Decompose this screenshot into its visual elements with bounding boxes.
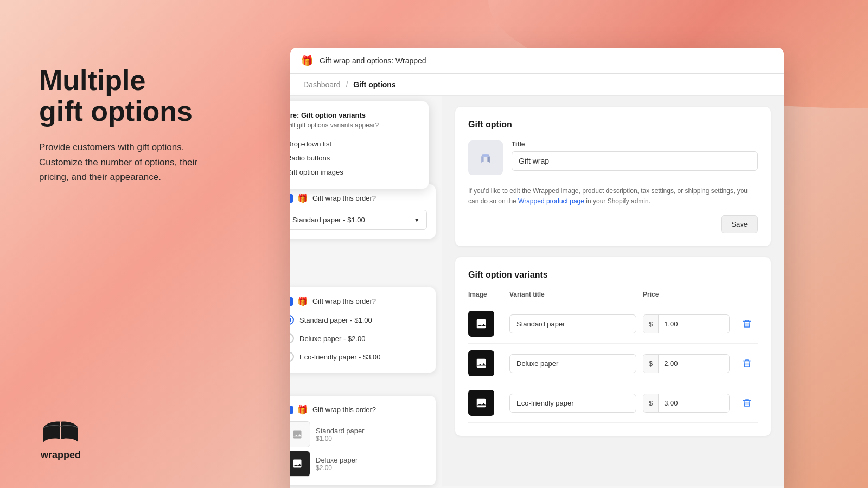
widget-card-images-header: ✓ 🎁 Gift wrap this order? — [290, 404, 427, 415]
image-title-1: Deluxe paper — [316, 456, 358, 464]
gift-info-text: If you'd like to edit the Wrapped image,… — [468, 186, 758, 207]
radio-item-2-label: Eco-friendly paper - $3.00 — [299, 353, 381, 361]
image-placeholder-0 — [290, 421, 310, 447]
widget-checkbox-3[interactable]: ✓ — [290, 406, 293, 414]
image-text-1: Deluxe paper $2.00 — [316, 456, 358, 472]
feature-tooltip: Feature: Gift option variants How will g… — [290, 101, 429, 189]
image-title-0: Standard paper — [316, 427, 365, 435]
radio-item-0[interactable]: Standard paper - $1.00 — [290, 313, 427, 327]
price-input-2[interactable] — [659, 394, 730, 412]
radio-radio-label: Radio buttons — [290, 154, 330, 162]
variants-header: Image Variant title Price — [468, 291, 758, 304]
radio-outer-1 — [290, 333, 294, 343]
delete-btn-0[interactable] — [736, 319, 758, 329]
image-price-0: $1.00 — [316, 435, 365, 442]
breadcrumb-parent[interactable]: Dashboard — [303, 80, 341, 89]
variant-title-input-1[interactable] — [509, 354, 636, 373]
image-item-1[interactable]: Deluxe paper $2.00 — [290, 451, 427, 477]
dropdown-value: Standard paper - $1.00 — [292, 216, 365, 224]
delete-btn-2[interactable] — [736, 398, 758, 408]
logo-text: wrapped — [41, 450, 81, 461]
gift-option-card: Gift option Title — [455, 107, 771, 246]
col-variant-label: Variant title — [509, 291, 636, 298]
main-description: Provide customers with gift options. Cus… — [39, 140, 245, 184]
radio-item-1-label: Deluxe paper - $2.00 — [299, 335, 365, 343]
variant-title-input-0[interactable] — [509, 314, 636, 333]
image-item-0[interactable]: Standard paper $1.00 — [290, 421, 427, 447]
breadcrumb: Dashboard / Gift options — [290, 74, 784, 96]
logo-icon — [39, 416, 82, 446]
col-price-label: Price — [643, 291, 730, 298]
tooltip-title: Feature: Gift option variants — [290, 111, 418, 119]
variant-img-0 — [468, 311, 494, 337]
main-title: Multiple gift options — [39, 65, 245, 127]
variant-row-2: $ — [468, 383, 758, 423]
radio-dropdown[interactable]: Drop-down list — [290, 137, 418, 151]
radio-item-1[interactable]: Deluxe paper - $2.00 — [290, 331, 427, 345]
widget-checkbox-2[interactable]: ✓ — [290, 297, 293, 306]
price-dollar-1: $ — [643, 355, 659, 373]
variant-price-wrap-2: $ — [643, 394, 730, 413]
widget-card-radio-header: ✓ 🎁 Gift wrap this order? — [290, 296, 427, 306]
price-input-1[interactable] — [659, 355, 730, 373]
image-placeholder-1 — [290, 451, 310, 477]
window-title: Gift wrap and options: Wrapped — [320, 56, 426, 65]
variants-card: Gift option variants Image Variant title… — [455, 257, 771, 436]
wrapped-product-link[interactable]: Wrapped product page — [518, 197, 584, 205]
widget-emoji-2: 🎁 — [297, 296, 308, 306]
widget-card-dropdown: ✓ 🎁 Gift wrap this order? Standard paper… — [290, 184, 436, 239]
radio-item-0-label: Standard paper - $1.00 — [299, 316, 372, 324]
widget-card-images: ✓ 🎁 Gift wrap this order? Standard paper… — [290, 396, 436, 485]
delete-btn-1[interactable] — [736, 358, 758, 368]
window-icon: 🎁 — [301, 55, 313, 67]
image-text-0: Standard paper $1.00 — [316, 427, 365, 442]
widget-label-2: Gift wrap this order? — [312, 297, 376, 305]
widget-emoji-3: 🎁 — [297, 404, 308, 415]
variant-price-wrap-1: $ — [643, 354, 730, 373]
window-titlebar: 🎁 Gift wrap and options: Wrapped — [290, 48, 784, 74]
col-image-label: Image — [468, 291, 503, 298]
dropdown-arrow: ▾ — [415, 216, 419, 224]
left-panel: Multiple gift options Provide customers … — [39, 65, 245, 184]
content-area: Feature: Gift option variants How will g… — [290, 96, 784, 486]
price-input-0[interactable] — [659, 315, 730, 333]
variant-img-1 — [468, 350, 494, 376]
widget-dropdown-select[interactable]: Standard paper - $1.00 ▾ — [290, 210, 427, 230]
save-row: Save — [468, 215, 758, 233]
breadcrumb-separator: / — [346, 80, 350, 89]
title-field-label: Title — [512, 140, 758, 148]
radio-images-label: Gift option images — [290, 168, 343, 176]
gift-option-fields: Title — [512, 140, 758, 171]
variant-title-input-2[interactable] — [509, 394, 636, 413]
image-price-1: $2.00 — [316, 464, 358, 472]
title-field-input[interactable] — [512, 151, 758, 171]
widget-image-list: Standard paper $1.00 Deluxe paper $2.00 — [290, 421, 427, 477]
radio-item-2[interactable]: Eco-friendly paper - $3.00 — [290, 350, 427, 364]
logo-area: wrapped — [39, 416, 82, 461]
variant-row-1: $ — [468, 344, 758, 383]
variant-img-2 — [468, 390, 494, 416]
gift-wrap-svg — [476, 148, 495, 168]
widgets-column: Feature: Gift option variants How will g… — [290, 96, 442, 486]
gift-option-title: Gift option — [468, 120, 758, 130]
right-panel: Gift option Title — [442, 96, 784, 486]
radio-outer-0 — [290, 315, 294, 325]
variants-title: Gift option variants — [468, 270, 758, 280]
breadcrumb-current: Gift options — [353, 80, 396, 89]
radio-images[interactable]: Gift option images — [290, 165, 418, 179]
variant-row-0: $ — [468, 304, 758, 344]
radio-radio-buttons[interactable]: Radio buttons — [290, 151, 418, 165]
save-button[interactable]: Save — [721, 215, 758, 233]
radio-outer-2 — [290, 352, 294, 362]
widget-label-3: Gift wrap this order? — [312, 406, 376, 414]
gift-option-row: Title — [468, 140, 758, 175]
app-window: 🎁 Gift wrap and options: Wrapped Dashboa… — [290, 48, 784, 488]
widget-checkbox-1[interactable]: ✓ — [290, 194, 293, 203]
widget-card-radio: ✓ 🎁 Gift wrap this order? Standard paper… — [290, 287, 436, 373]
gift-option-image — [468, 140, 503, 175]
widget-emoji-1: 🎁 — [297, 193, 308, 203]
widget-radio-list: Standard paper - $1.00 Deluxe paper - $2… — [290, 313, 427, 364]
price-dollar-2: $ — [643, 394, 659, 412]
widget-label-1: Gift wrap this order? — [312, 194, 376, 202]
variant-price-wrap-0: $ — [643, 314, 730, 333]
